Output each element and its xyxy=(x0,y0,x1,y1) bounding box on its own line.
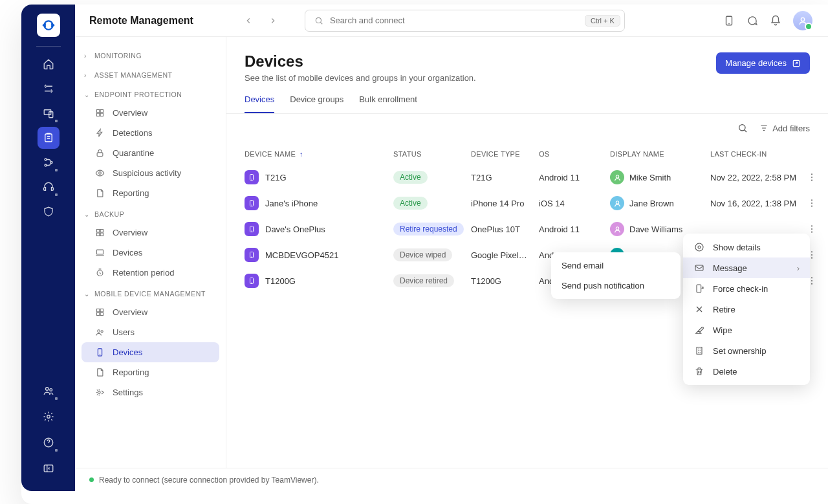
svg-point-48 xyxy=(616,226,618,229)
sidebar-item-retention-period[interactable]: Retention period xyxy=(82,263,219,283)
sidebar-item-users[interactable]: Users xyxy=(82,322,219,342)
nav-shield[interactable] xyxy=(38,201,60,223)
device-icon xyxy=(245,222,259,236)
nav-workflow[interactable] xyxy=(38,151,60,173)
svg-point-40 xyxy=(811,177,812,178)
sidebar-item-settings[interactable]: Settings xyxy=(82,382,219,402)
file-icon xyxy=(94,367,105,377)
menu-item-delete[interactable]: Delete xyxy=(683,361,810,382)
svg-point-50 xyxy=(811,228,812,230)
nav-home[interactable] xyxy=(38,53,60,75)
chat-icon[interactable] xyxy=(746,15,758,27)
column-header[interactable]: DEVICE NAME↑ xyxy=(245,150,393,158)
svg-rect-1 xyxy=(44,110,51,115)
user-avatar[interactable] xyxy=(793,11,812,30)
sidebar-item-overview[interactable]: Overview xyxy=(82,302,219,322)
nav-back-button[interactable] xyxy=(240,12,257,29)
tablet-icon[interactable] xyxy=(723,15,735,27)
sidebar-item-detections[interactable]: Detections xyxy=(82,123,219,143)
sidebar-item-devices[interactable]: Devices xyxy=(82,342,219,362)
add-filters-button[interactable]: Add filters xyxy=(759,124,810,133)
sidebar-item-overview[interactable]: Overview xyxy=(82,103,219,123)
svg-rect-19 xyxy=(97,153,103,157)
tab-bulk-enrollment[interactable]: Bulk enrollment xyxy=(359,94,417,113)
svg-rect-65 xyxy=(697,285,701,292)
chevron-right-icon: › xyxy=(797,263,800,273)
column-header[interactable]: DEVICE TYPE xyxy=(471,150,539,158)
table-row[interactable]: T21G Active T21G Android 11 Mike Smith N… xyxy=(235,164,819,190)
manage-devices-button[interactable]: Manage devices xyxy=(716,52,810,74)
last-checkin: Nov 16, 2022, 1:38 PM xyxy=(710,199,804,208)
tab-devices[interactable]: Devices xyxy=(245,94,274,113)
menu-item-message[interactable]: Message› xyxy=(683,257,810,278)
row-more-button[interactable] xyxy=(804,195,820,211)
grid-icon xyxy=(94,108,105,118)
app-logo xyxy=(37,14,60,37)
menu-item-force-check-in[interactable]: Force check-in xyxy=(683,278,810,299)
svg-rect-23 xyxy=(96,233,99,236)
column-header[interactable]: LAST CHECK-IN xyxy=(710,150,804,158)
nav-settings[interactable] xyxy=(38,406,60,428)
app-title: Remote Management xyxy=(89,15,193,27)
user-avatar-small xyxy=(610,170,624,184)
sidebar-group-header[interactable]: ›ASSET MANAGEMENT xyxy=(82,67,219,83)
sidebar-group-header[interactable]: ⌄BACKUP xyxy=(82,206,219,223)
nav-forward-button[interactable] xyxy=(265,12,281,29)
sidebar-group-header[interactable]: ⌄MOBILE DEVICE MANAGEMENT xyxy=(82,285,219,302)
phone-refresh-icon xyxy=(693,283,705,294)
device-os: Android 11 xyxy=(539,173,610,182)
sidebar-item-overview[interactable]: Overview xyxy=(82,223,219,243)
svg-point-32 xyxy=(101,331,103,333)
nav-help[interactable] xyxy=(38,432,60,454)
table-row[interactable]: Jane's iPhone Active iPhone 14 Pro iOS 1… xyxy=(235,190,819,216)
sidebar-item-suspicious-activity[interactable]: Suspicious activity xyxy=(82,163,219,183)
last-checkin: Nov 22, 2022, 2:58 PM xyxy=(710,173,804,182)
row-context-menu: Show detailsMessage›Force check-inRetire… xyxy=(683,234,810,385)
bell-icon[interactable] xyxy=(770,15,781,27)
column-header[interactable]: OS xyxy=(539,150,610,158)
display-name: Mike Smith xyxy=(629,173,671,182)
status-badge: Device wiped xyxy=(393,248,452,261)
svg-point-51 xyxy=(811,232,812,233)
sidebar-item-reporting[interactable]: Reporting xyxy=(82,183,219,203)
nav-transfer[interactable] xyxy=(38,78,60,100)
menu-item-show-details[interactable]: Show details xyxy=(683,237,810,257)
menu-item-wipe[interactable]: Wipe xyxy=(683,320,810,340)
column-header[interactable]: STATUS xyxy=(393,150,471,158)
sidebar-item-quarantine[interactable]: Quarantine xyxy=(82,143,219,163)
nav-support[interactable] xyxy=(38,176,60,198)
eye-circle-icon xyxy=(693,242,705,252)
user-avatar-small xyxy=(610,222,624,236)
nav-devices[interactable] xyxy=(38,102,60,124)
display-name: Jane Brown xyxy=(629,199,674,208)
status-bar: Ready to connect (secure connection prov… xyxy=(75,468,828,491)
nav-team[interactable] xyxy=(38,380,60,402)
column-header[interactable]: DISPLAY NAME xyxy=(610,150,710,158)
search-box[interactable]: Ctrl + K xyxy=(305,10,625,32)
nav-collapse[interactable] xyxy=(38,457,60,479)
search-input[interactable] xyxy=(330,16,578,25)
device-type: Google Pixel… xyxy=(471,250,539,260)
sidebar-group-header[interactable]: ⌄ENDPOINT PROTECTION xyxy=(82,86,219,103)
device-type: T21G xyxy=(471,173,539,182)
sidebar-item-reporting[interactable]: Reporting xyxy=(82,362,219,382)
submenu-item-send-push-notification[interactable]: Send push notification xyxy=(551,276,681,296)
search-devices-button[interactable] xyxy=(737,123,748,133)
device-type: T1200G xyxy=(471,276,539,286)
nav-management[interactable] xyxy=(38,127,60,149)
svg-point-62 xyxy=(695,243,703,251)
submenu-item-send-email[interactable]: Send email xyxy=(551,256,681,276)
sidebar-item-devices[interactable]: Devices xyxy=(82,243,219,263)
eye-icon xyxy=(94,168,105,178)
gear-out-icon xyxy=(94,388,105,397)
menu-item-set-ownership[interactable]: Set ownership xyxy=(683,340,810,361)
status-text: Ready to connect (secure connection prov… xyxy=(99,476,319,485)
filter-icon xyxy=(759,124,768,133)
mail-icon xyxy=(693,263,705,273)
svg-point-9 xyxy=(47,415,50,419)
sidebar-group-header[interactable]: ›MONITORING xyxy=(82,47,219,64)
tab-device-groups[interactable]: Device groups xyxy=(290,94,343,113)
row-more-button[interactable] xyxy=(804,170,820,185)
status-badge: Retire requested xyxy=(393,223,464,236)
menu-item-retire[interactable]: Retire xyxy=(683,299,810,320)
